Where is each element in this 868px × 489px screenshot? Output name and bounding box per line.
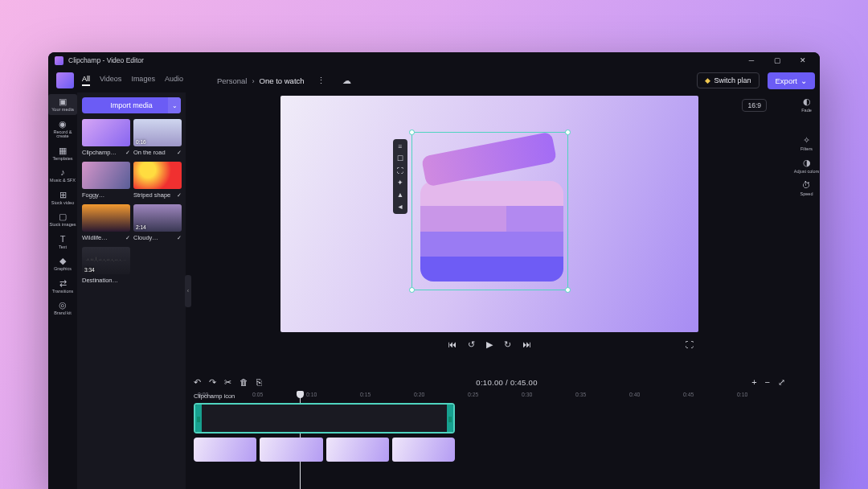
check-icon: ✓	[177, 192, 182, 199]
preview-canvas[interactable]: 16:9 ≡ ☐ ⛶ ✦ ▲ ◄	[280, 96, 698, 332]
aspect-ratio-selector[interactable]: 16:9	[742, 99, 767, 112]
layers-icon[interactable]: ≡	[399, 142, 403, 150]
zoom-fit-button[interactable]: ⤢	[778, 377, 785, 388]
media-thumb[interactable]: 2:14 Cloudy…✓	[133, 204, 182, 241]
pip-icon[interactable]: ✦	[397, 179, 403, 187]
rail-adjust-colors[interactable]: ◑Adjust colors	[793, 155, 820, 176]
timeline-clip-secondary[interactable]	[194, 438, 455, 462]
diamond-icon: ◆	[705, 76, 710, 84]
text-icon: T	[60, 235, 66, 244]
app-icon	[55, 56, 63, 65]
chevron-right-icon: ›	[252, 76, 254, 85]
media-icon: ▣	[59, 97, 67, 106]
nav-your-media[interactable]: ▣Your media	[48, 94, 77, 115]
panel-collapse-handle[interactable]: ‹	[185, 275, 191, 307]
skip-start-icon[interactable]: ⏮	[448, 339, 457, 349]
maximize-button[interactable]: ▢	[767, 52, 788, 68]
media-thumb[interactable]: Foggy…	[82, 162, 130, 199]
title-bar: Clipchamp - Video Editor ─ ▢ ✕	[48, 52, 820, 68]
nav-graphics[interactable]: ◆Graphics	[48, 253, 77, 274]
play-button[interactable]: ▶	[486, 339, 493, 350]
stock-images-icon: ▢	[59, 212, 67, 221]
media-panel: Import media ⌄ Clipchamp…✓ 0:16 On the r…	[77, 92, 186, 489]
nav-templates[interactable]: ▦Templates	[48, 143, 77, 164]
nav-transitions[interactable]: ⇄Transitions	[48, 276, 77, 297]
window-title: Clipchamp - Video Editor	[68, 56, 144, 64]
fullscreen-icon[interactable]: ⛶	[686, 340, 694, 349]
resize-handle[interactable]	[565, 129, 571, 135]
stock-video-icon: ⊞	[59, 191, 67, 199]
tab-videos[interactable]: Videos	[100, 75, 121, 86]
nav-stock-images[interactable]: ▢Stock images	[48, 209, 77, 230]
canvas-zone: 16:9 ≡ ☐ ⛶ ✦ ▲ ◄	[186, 92, 793, 372]
import-media-button[interactable]: Import media ⌄	[82, 97, 181, 113]
cloud-sync-icon[interactable]: ☁	[338, 72, 356, 89]
breadcrumb-root[interactable]: Personal	[217, 76, 248, 85]
playback-controls: ⏮ ↺ ▶ ↻ ⏭ ⛶	[280, 332, 698, 356]
cut-button[interactable]: ✂	[224, 377, 231, 387]
filters-icon: ✧	[803, 135, 810, 145]
tab-audio[interactable]: Audio	[165, 75, 183, 86]
selection-box[interactable]	[411, 132, 568, 290]
breadcrumb-current[interactable]: One to watch	[260, 76, 305, 85]
nav-stock-video[interactable]: ⊞Stock video	[48, 187, 77, 208]
graphics-icon: ◆	[59, 257, 66, 265]
timeline-ruler[interactable]: 0:00 0:05 0:10 0:15 0:20 0:25 0:30 0:35 …	[194, 392, 785, 401]
chevron-down-icon[interactable]: ⌄	[168, 97, 181, 113]
tab-images[interactable]: Images	[131, 75, 155, 86]
zoom-in-button[interactable]: +	[751, 377, 756, 388]
zoom-out-button[interactable]: −	[765, 377, 770, 388]
chevron-down-icon: ⌄	[800, 76, 807, 85]
music-icon: ♪	[60, 168, 65, 177]
media-thumb[interactable]: Striped shape✓	[133, 162, 182, 199]
record-icon: ◉	[59, 120, 67, 129]
timeline-clip-video[interactable]: || ||	[194, 403, 455, 434]
media-thumb[interactable]: Clipchamp…✓	[82, 119, 130, 156]
clipchamp-logo-icon[interactable]	[56, 72, 74, 88]
frame-back-icon[interactable]: ↺	[468, 339, 475, 350]
floating-toolbar: ≡ ☐ ⛶ ✦ ▲ ◄	[393, 139, 407, 214]
right-rail: ◐Fade ✧Filters ◑Adjust colors ⏱Speed	[793, 92, 820, 489]
redo-button[interactable]: ↷	[209, 377, 216, 387]
rail-filters[interactable]: ✧Filters	[793, 133, 820, 154]
media-thumb[interactable]: Wildlife…✓	[82, 204, 130, 241]
resize-handle[interactable]	[409, 129, 415, 135]
nav-brand-kit[interactable]: ◎Brand kit	[48, 298, 77, 318]
switch-plan-button[interactable]: ◆ Switch plan	[697, 72, 760, 88]
skip-end-icon[interactable]: ⏭	[522, 339, 531, 349]
timeline: ↶ ↷ ✂ 🗑 ⎘ 0:10.00 / 0:45.00 + − ⤢	[186, 372, 793, 489]
split-button[interactable]: ⎘	[256, 377, 262, 387]
check-icon: ✓	[125, 150, 130, 156]
delete-button[interactable]: 🗑	[240, 377, 248, 387]
media-thumb[interactable]: 0:16 On the road✓	[133, 119, 182, 156]
audio-icon[interactable]: ◄	[397, 203, 403, 211]
brand-kit-icon: ◎	[59, 301, 67, 310]
clip-trim-left[interactable]: ||	[195, 405, 202, 432]
crop-icon[interactable]: ☐	[397, 154, 403, 162]
nav-music-sfx[interactable]: ♪Music & SFX	[48, 165, 77, 186]
frame-forward-icon[interactable]: ↻	[504, 339, 511, 350]
clip-label: Clipchamp icon	[194, 392, 235, 400]
check-icon: ✓	[125, 235, 130, 241]
tab-all[interactable]: All	[82, 75, 90, 86]
timecode: 0:10.00 / 0:45.00	[270, 378, 743, 387]
fit-icon[interactable]: ⛶	[397, 166, 404, 175]
transitions-icon: ⇄	[59, 279, 67, 288]
undo-button[interactable]: ↶	[194, 377, 201, 387]
close-button[interactable]: ✕	[792, 52, 813, 68]
left-nav: ▣Your media ◉Record & create ▦Templates …	[48, 92, 77, 489]
export-button[interactable]: Export ⌄	[768, 72, 815, 89]
nav-record-create[interactable]: ◉Record & create	[48, 117, 77, 142]
nav-text[interactable]: TText	[48, 232, 77, 253]
clip-trim-right[interactable]: ||	[447, 405, 453, 432]
media-thumb[interactable]: 3:34 Destination…	[82, 247, 130, 284]
rail-speed[interactable]: ⏱Speed	[793, 178, 820, 199]
minimize-button[interactable]: ─	[741, 52, 762, 68]
check-icon: ✓	[177, 150, 182, 156]
more-icon[interactable]: ⋮	[313, 72, 330, 89]
resize-handle[interactable]	[409, 287, 415, 293]
warning-icon[interactable]: ▲	[397, 191, 403, 199]
rail-fade[interactable]: ◐Fade	[793, 94, 820, 115]
resize-handle[interactable]	[565, 287, 571, 293]
media-tabs: All Videos Images Audio	[82, 75, 183, 86]
